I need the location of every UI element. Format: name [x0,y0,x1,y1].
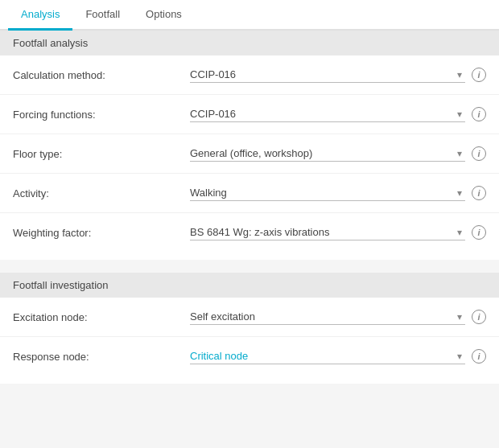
select-dropdown[interactable]: Critical node▾ [190,348,465,364]
tab-bar: AnalysisFootfallOptions [0,0,499,31]
chevron-down-icon: ▾ [457,187,462,199]
select-value: Walking [190,187,227,199]
field-row: Excitation node:Self excitation▾i [0,298,499,337]
info-icon[interactable]: i [472,68,486,82]
field-control: Walking▾i [190,185,486,201]
chevron-down-icon: ▾ [457,227,462,238]
field-row: Floor type:General (office, workshop)▾i [0,134,499,174]
info-icon[interactable]: i [472,146,486,161]
select-value: CCIP-016 [190,108,236,120]
field-row: Activity:Walking▾i [0,174,499,213]
field-control: Self excitation▾i [190,309,486,325]
tab-analysis[interactable]: Analysis [8,0,72,31]
field-row: Response node:Critical node▾i [0,337,499,376]
footfall-analysis-body: Calculation method:CCIP-016▾iForcing fun… [0,55,499,260]
tab-options[interactable]: Options [133,0,195,31]
info-icon[interactable]: i [472,349,486,364]
select-dropdown[interactable]: BS 6841 Wg: z-axis vibrations▾ [190,224,465,240]
field-row: Weighting factor:BS 6841 Wg: z-axis vibr… [0,213,499,252]
footfall-analysis-header: Footfall analysis [0,31,499,55]
select-dropdown[interactable]: Self excitation▾ [190,309,465,325]
section-gap [0,260,499,273]
info-icon[interactable]: i [472,107,486,121]
footfall-investigation-section: Footfall investigation Excitation node:S… [0,273,499,384]
tab-footfall[interactable]: Footfall [72,0,133,31]
footfall-analysis-section: Footfall analysis Calculation method:CCI… [0,31,499,260]
field-label: Activity: [13,187,190,199]
select-value: General (office, workshop) [190,147,312,159]
select-value: CCIP-016 [190,68,236,80]
select-dropdown[interactable]: CCIP-016▾ [190,67,465,83]
chevron-down-icon: ▾ [457,311,462,323]
field-control: CCIP-016▾i [190,106,486,122]
chevron-down-icon: ▾ [457,109,462,120]
select-dropdown[interactable]: Walking▾ [190,185,465,201]
select-value: Critical node [190,350,248,362]
footfall-investigation-body: Excitation node:Self excitation▾iRespons… [0,298,499,384]
field-control: CCIP-016▾i [190,67,486,83]
field-row: Forcing functions:CCIP-016▾i [0,95,499,134]
info-icon[interactable]: i [472,310,486,324]
field-label: Weighting factor: [13,227,190,239]
field-label: Forcing functions: [13,109,190,121]
field-control: BS 6841 Wg: z-axis vibrations▾i [190,224,486,240]
field-label: Response node: [13,351,190,363]
select-value: Self excitation [190,310,255,323]
info-icon[interactable]: i [472,186,486,200]
chevron-down-icon: ▾ [457,69,462,80]
field-label: Excitation node: [13,311,190,323]
select-dropdown[interactable]: General (office, workshop)▾ [190,146,465,162]
field-control: General (office, workshop)▾i [190,146,486,162]
field-label: Calculation method: [13,69,190,81]
select-dropdown[interactable]: CCIP-016▾ [190,106,465,122]
field-row: Calculation method:CCIP-016▾i [0,55,499,95]
info-icon[interactable]: i [472,225,486,240]
chevron-down-icon: ▾ [457,351,462,362]
select-value: BS 6841 Wg: z-axis vibrations [190,226,329,238]
field-label: Floor type: [13,148,190,160]
chevron-down-icon: ▾ [457,148,462,159]
footfall-investigation-header: Footfall investigation [0,273,499,298]
field-control: Critical node▾i [190,348,486,364]
